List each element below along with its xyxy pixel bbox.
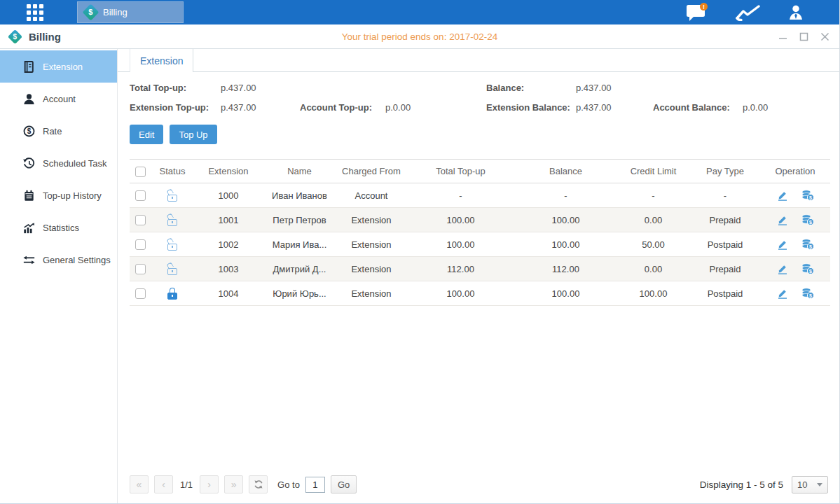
billing-app-tab-label: Billing (103, 7, 128, 18)
sidebar-item-rate[interactable]: $ Rate (0, 115, 117, 147)
user-account-icon[interactable] (789, 5, 803, 20)
cell-credit-limit: 0.00 (617, 257, 690, 281)
edit-button[interactable]: Edit (130, 125, 163, 144)
row-checkbox[interactable] (135, 288, 146, 299)
svg-text:$: $ (809, 244, 812, 250)
cell-extension: 1001 (194, 208, 263, 232)
cell-pay-type: Prepaid (690, 208, 760, 232)
sidebar-item-scheduled-task[interactable]: Scheduled Task (0, 147, 117, 179)
extension-content: Total Top-up: p.437.00 Balance: p.437.00… (118, 72, 839, 503)
top-up-coins-icon[interactable]: $ (801, 214, 814, 225)
edit-icon[interactable] (777, 239, 788, 250)
app-grid-icon[interactable] (27, 4, 43, 21)
svg-text:$: $ (27, 127, 32, 135)
person-icon (23, 93, 35, 105)
first-page-button[interactable]: « (130, 475, 149, 493)
svg-text:$: $ (809, 269, 812, 274)
top-up-coins-icon[interactable]: $ (801, 288, 814, 299)
page-indicator: 1/1 (180, 479, 193, 490)
sidebar-item-label: Statistics (43, 223, 79, 233)
billing-dollar-icon: $ (82, 4, 99, 20)
top-up-coins-icon[interactable]: $ (801, 190, 814, 201)
cell-name: Мария Ива... (263, 232, 336, 257)
balance-summary: Total Top-up: p.437.00 Balance: p.437.00… (130, 83, 829, 113)
total-topup-value: p.437.00 (221, 83, 300, 93)
top-up-coins-icon[interactable]: $ (801, 263, 814, 274)
transfer-arrows-icon (23, 254, 35, 266)
cell-total-topup: 100.00 (406, 232, 515, 257)
col-operation: Operation (760, 160, 830, 183)
extensions-table: Status Extension Name Charged From Total… (130, 159, 829, 306)
action-buttons: Edit Top Up (130, 125, 829, 144)
edit-icon[interactable] (777, 190, 788, 201)
cell-balance: 112.00 (515, 257, 617, 281)
history-clock-icon (23, 158, 35, 169)
cell-extension: 1000 (194, 183, 263, 208)
topbar-right-icons: ! (686, 3, 803, 22)
close-icon[interactable] (820, 32, 829, 41)
cell-pay-type: Postpaid (690, 281, 760, 306)
sidebar-item-extension[interactable]: Extension (0, 50, 117, 83)
lock-status-icon (167, 239, 178, 251)
notifications-icon[interactable]: ! (686, 3, 708, 22)
sidebar-item-label: Top-up History (43, 190, 102, 201)
table-row: 1004 Юрий Юрь... Extension 100.00 100.00… (130, 281, 830, 306)
row-checkbox[interactable] (135, 239, 146, 250)
edit-icon[interactable] (777, 263, 788, 274)
row-checkbox[interactable] (135, 190, 146, 201)
extension-balance-value: p.437.00 (576, 102, 653, 113)
edit-icon[interactable] (777, 214, 788, 225)
cell-name: Юрий Юрь... (263, 281, 336, 306)
sidebar-item-general-settings[interactable]: General Settings (0, 244, 117, 276)
cell-total-topup: 100.00 (406, 208, 515, 232)
go-button[interactable]: Go (331, 475, 357, 493)
cell-balance: 100.00 (515, 281, 617, 306)
prev-page-button[interactable]: ‹ (154, 475, 173, 493)
window-title-bar: $ Billing Your trial period ends on: 201… (0, 24, 839, 49)
top-up-button[interactable]: Top Up (170, 125, 216, 144)
extension-topup-value: p.437.00 (221, 102, 300, 113)
billing-app-tab[interactable]: $ Billing (77, 1, 184, 23)
account-balance-label: Account Balance: (653, 102, 743, 113)
maximize-icon[interactable] (799, 32, 808, 41)
balance-value: p.437.00 (576, 83, 653, 93)
displaying-count: Displaying 1 - 5 of 5 (700, 479, 783, 490)
page-size-select[interactable]: 10 (792, 476, 828, 493)
row-checkbox[interactable] (135, 264, 146, 274)
billing-app-window: $ Billing ! (0, 0, 840, 504)
cell-charged-from: Extension (336, 281, 406, 306)
next-page-button[interactable]: › (200, 475, 219, 493)
top-up-coins-icon[interactable]: $ (801, 239, 814, 250)
cell-name: Дмитрий Д... (263, 257, 336, 281)
trial-period-message: Your trial period ends on: 2017-02-24 (0, 31, 839, 42)
last-page-button[interactable]: » (224, 475, 243, 493)
cell-extension: 1004 (194, 281, 263, 306)
cell-total-topup: 112.00 (406, 257, 515, 281)
refresh-button[interactable] (249, 475, 268, 493)
extension-balance-label: Extension Balance: (486, 102, 576, 113)
cell-balance: - (515, 183, 617, 208)
sidebar-item-account[interactable]: Account (0, 83, 117, 115)
cell-balance: 100.00 (515, 208, 617, 232)
col-pay-type: Pay Type (690, 160, 760, 183)
edit-icon[interactable] (777, 288, 788, 299)
sidebar-item-statistics[interactable]: Statistics (0, 211, 117, 244)
tab-extension[interactable]: Extension (130, 49, 193, 72)
col-charged-from: Charged From (336, 160, 406, 183)
refresh-icon (254, 479, 263, 489)
cell-total-topup: 100.00 (406, 281, 515, 306)
statistics-chart-icon[interactable] (736, 4, 761, 21)
svg-text:$: $ (809, 220, 812, 225)
cell-charged-from: Extension (336, 257, 406, 281)
cell-charged-from: Account (336, 183, 406, 208)
cell-name: Петр Петров (263, 208, 336, 232)
select-all-checkbox[interactable] (135, 167, 146, 177)
cell-charged-from: Extension (336, 208, 406, 232)
col-name: Name (263, 160, 336, 183)
row-checkbox[interactable] (135, 215, 146, 225)
goto-page-input[interactable] (305, 477, 325, 493)
table-row: 1000 Иван Иванов Account - - - - $ (130, 183, 830, 208)
sidebar-item-topup-history[interactable]: Top-up History (0, 179, 117, 211)
minimize-icon[interactable] (778, 32, 787, 41)
cell-pay-type: - (690, 183, 760, 208)
